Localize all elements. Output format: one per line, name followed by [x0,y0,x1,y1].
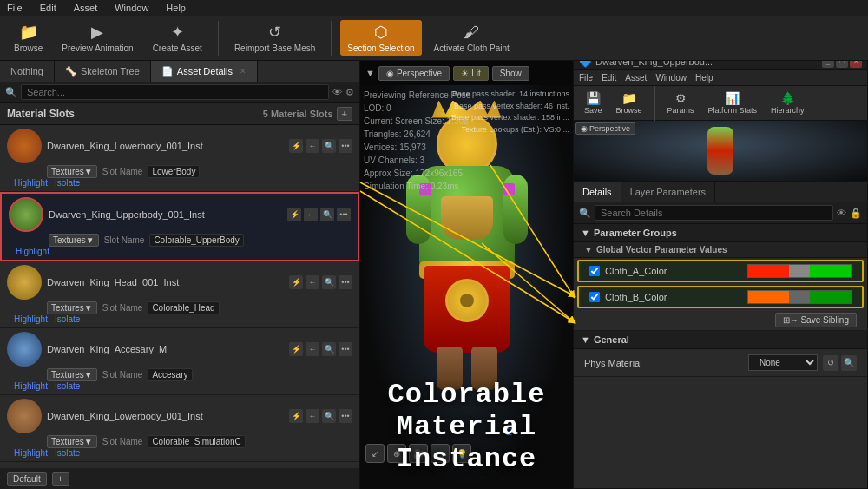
tab-nothing[interactable]: Nothing [0,61,55,82]
textures-btn-4[interactable]: Textures▼ [47,435,97,448]
isolate-link-3[interactable]: Isolate [55,381,80,391]
textures-btn-1[interactable]: Textures▼ [49,234,99,247]
det-eye-icon[interactable]: 👁 [837,208,846,218]
ue-menu-window[interactable]: Window [655,73,687,83]
textures-btn-2[interactable]: Textures▼ [47,301,97,314]
det-search-input[interactable] [595,205,833,221]
search-bar: 🔍 👁 ⚙ [0,82,359,103]
menu-help[interactable]: Help [162,3,189,13]
ue-menu-asset[interactable]: Asset [625,73,647,83]
mat-ctrl-arrow-2[interactable]: ← [306,275,319,289]
mat-ctrl-more-3[interactable]: ••• [339,342,352,356]
highlight-link-2[interactable]: Highlight [14,314,48,324]
ue-menu-file[interactable]: File [579,73,593,83]
mat-ctrl-more-2[interactable]: ••• [339,275,352,289]
show-btn[interactable]: Show [492,66,529,81]
general-section-header[interactable]: ▼ General [574,331,867,349]
mat-info-2: Dwarven_King_Head_001_Inst ⚡ ← 🔍 ••• [47,275,352,289]
cloth-b-swatch[interactable] [747,290,852,304]
det-tab-layer[interactable]: Layer Parameters [621,182,715,202]
mat-ctrl-eye-0[interactable]: ⚡ [289,139,303,153]
mat-ctrl-more-1[interactable]: ••• [337,208,351,221]
menu-file[interactable]: File [3,3,26,13]
phys-reset-btn[interactable]: ↺ [823,355,838,371]
textures-btn-0[interactable]: Textures▼ [47,165,97,178]
phys-material-dropdown[interactable]: None [748,354,818,371]
ue-params-btn[interactable]: ⚙ Params [662,89,700,116]
lit-btn[interactable]: ☀ Lit [453,66,489,81]
tab-asset-details[interactable]: 📄 Asset Details ✕ [151,61,258,82]
mat-ctrl-search-1[interactable]: 🔍 [320,208,334,221]
sub-links-4: Highlight Isolate [7,448,352,458]
mat-ctrl-more-0[interactable]: ••• [339,139,352,153]
search-input[interactable] [21,84,329,100]
perspective-icon: ◉ [386,69,394,78]
highlight-link-4[interactable]: Highlight [14,448,48,458]
preview-anim-btn[interactable]: ▶ Preview Animation [55,20,140,56]
isolate-link-4[interactable]: Isolate [55,448,80,458]
phys-search-btn[interactable]: 🔍 [841,355,857,371]
cloth-a-checkbox[interactable] [589,266,600,276]
menu-window[interactable]: Window [111,3,152,13]
eye-icon[interactable]: 👁 [332,87,342,97]
ue-hierarchy-btn[interactable]: 🌲 Hierarchy [766,89,810,116]
cloth-a-swatch[interactable] [747,264,852,278]
param-groups-header[interactable]: ▼ Parameter Groups [574,224,867,242]
tab-skeleton-tree[interactable]: 🦴 Skeleton Tree [55,61,151,82]
isolate-link-2[interactable]: Isolate [55,314,80,324]
tab-close-icon[interactable]: ✕ [240,67,247,76]
cloth-paint-btn[interactable]: 🖌 Activate Cloth Paint [427,21,516,56]
ue-menu-edit[interactable]: Edit [602,73,616,83]
mat-ctrl-arrow-0[interactable]: ← [306,139,319,153]
textures-btn-3[interactable]: Textures▼ [47,368,97,381]
menu-edit[interactable]: Edit [36,3,60,13]
mat-name-row-1: Dwarven_King_Upperbody_001_Inst ⚡ ← 🔍 ••… [49,208,351,221]
ue-save-btn[interactable]: 💾 Save [579,89,608,116]
mat-ctrl-search-3[interactable]: 🔍 [322,342,336,356]
det-tab-details[interactable]: Details [574,182,621,202]
mat-ctrl-arrow-3[interactable]: ← [306,342,319,356]
ue-perspective-btn[interactable]: ◉ Perspective [575,122,635,135]
global-vector-header[interactable]: ▼ Global Vector Parameter Values [574,242,867,258]
settings-icon[interactable]: ⚙ [345,87,354,98]
highlight-link-0[interactable]: Highlight [14,178,48,188]
perspective-btn[interactable]: ◉ Perspective [378,66,450,81]
mat-ctrl-search-2[interactable]: 🔍 [322,275,336,289]
mat-ctrl-arrow-4[interactable]: ← [306,409,319,423]
mat-ctrl-search-4[interactable]: 🔍 [322,409,336,423]
reimport-icon: ↺ [268,23,281,42]
isolate-link-0[interactable]: Isolate [55,178,80,188]
section-selection-btn[interactable]: ⬡ Section Selection [340,20,421,56]
mat-ctrl-search-0[interactable]: 🔍 [322,139,336,153]
mat-ctrl-eye-2[interactable]: ⚡ [289,275,303,289]
det-lock-icon[interactable]: 🔒 [850,208,862,219]
add-bottom-btn[interactable]: + [52,472,69,486]
create-asset-btn[interactable]: ✦ Create Asset [146,20,209,56]
cloth-b-seg-grey [789,291,810,303]
char-gem-right [503,183,515,195]
ue-mini-viewport: ◉ Perspective [574,121,867,182]
mat-ctrl-arrow-1[interactable]: ← [304,208,318,221]
general-expand-icon: ▼ [581,334,590,345]
reimport-btn[interactable]: ↺ Reimport Base Mesh [227,20,322,56]
sep1 [218,21,219,56]
ue-browse-btn[interactable]: 📁 Browse [611,89,648,116]
browse-btn[interactable]: 📁 Browse [7,20,49,56]
mat-info-4: Dwarven_King_Lowerbody_001_Inst ⚡ ← 🔍 ••… [47,409,352,423]
mat-ctrl-eye-1[interactable]: ⚡ [287,208,301,221]
menu-asset[interactable]: Asset [70,3,102,13]
mat-ctrl-eye-3[interactable]: ⚡ [289,342,303,356]
default-btn[interactable]: Default [7,472,47,486]
mat-sub-3: Textures▼ Slot Name Accesary [7,368,352,381]
vp-dropdown-icon[interactable]: ▼ [365,68,375,78]
cloth-b-checkbox[interactable] [589,292,600,302]
material-row-4: Dwarven_King_Lowerbody_001_Inst ⚡ ← 🔍 ••… [0,395,359,462]
mat-ctrl-more-4[interactable]: ••• [339,409,352,423]
add-slot-btn[interactable]: + [337,107,352,121]
highlight-link-3[interactable]: Highlight [14,381,48,391]
ue-platform-btn[interactable]: 📊 Platform Stats [703,89,763,116]
highlight-link-1[interactable]: Highlight [16,247,49,256]
ue-menu-help[interactable]: Help [695,73,713,83]
save-sibling-btn[interactable]: ⊞→ Save Sibling [775,313,857,327]
mat-ctrl-eye-4[interactable]: ⚡ [289,409,303,423]
